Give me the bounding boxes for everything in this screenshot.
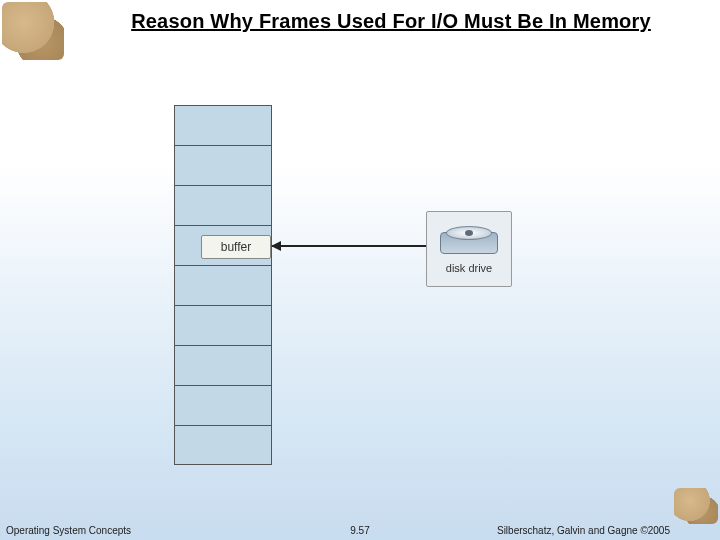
memory-frame xyxy=(175,306,271,346)
memory-frame xyxy=(175,266,271,306)
memory-frame xyxy=(175,186,271,226)
buffer-label: buffer xyxy=(201,235,271,259)
memory-frame xyxy=(175,146,271,186)
logo-top-left xyxy=(2,2,64,60)
memory-frame xyxy=(175,386,271,426)
logo-bottom-right xyxy=(674,488,718,524)
memory-frame xyxy=(175,106,271,146)
memory-frame-stack xyxy=(174,105,272,465)
slide-footer: Operating System Concepts 9.57 Silbersch… xyxy=(0,520,720,536)
io-frames-diagram: buffer disk drive xyxy=(174,105,514,475)
disk-drive-icon xyxy=(440,224,498,258)
slide-title: Reason Why Frames Used For I/O Must Be I… xyxy=(82,10,700,33)
memory-frame xyxy=(175,426,271,466)
memory-frame xyxy=(175,346,271,386)
disk-drive-label: disk drive xyxy=(446,262,492,274)
transfer-arrow-icon xyxy=(272,245,426,247)
footer-copyright: Silberschatz, Galvin and Gagne ©2005 xyxy=(497,525,670,536)
disk-drive-panel: disk drive xyxy=(426,211,512,287)
